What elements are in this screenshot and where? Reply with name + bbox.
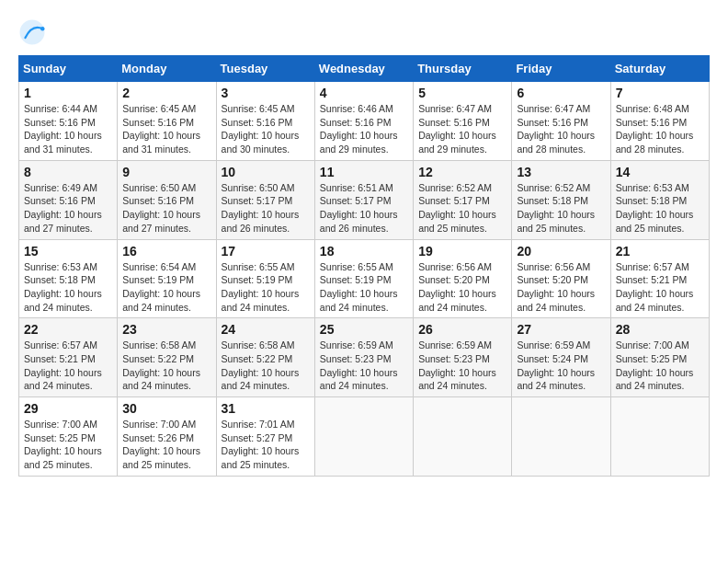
day-number: 11 [320,165,408,179]
day-number: 14 [616,165,704,179]
day-cell-9: 9Sunrise: 6:50 AMSunset: 5:16 PMDaylight… [118,160,216,239]
day-info: Sunrise: 6:59 AMSunset: 5:24 PMDaylight:… [517,339,605,393]
day-cell-2: 2Sunrise: 6:45 AMSunset: 5:16 PMDaylight… [118,82,216,161]
day-number: 19 [418,244,506,259]
day-cell-8: 8Sunrise: 6:49 AMSunset: 5:16 PMDaylight… [19,160,118,239]
day-number: 18 [320,244,408,259]
day-cell-5: 5Sunrise: 6:47 AMSunset: 5:16 PMDaylight… [414,82,512,161]
day-cell-19: 19Sunrise: 6:56 AMSunset: 5:20 PMDayligh… [414,239,512,318]
day-info: Sunrise: 6:47 AMSunset: 5:16 PMDaylight:… [418,102,506,156]
logo [18,18,50,46]
day-info: Sunrise: 6:53 AMSunset: 5:18 PMDaylight:… [616,181,704,236]
day-info: Sunrise: 7:00 AMSunset: 5:25 PMDaylight:… [24,418,112,472]
empty-cell [610,397,709,477]
day-number: 24 [222,322,310,337]
day-number: 16 [122,244,210,259]
day-info: Sunrise: 6:47 AMSunset: 5:16 PMDaylight:… [517,102,605,156]
weekday-header-saturday: Saturday [610,56,709,82]
day-cell-31: 31Sunrise: 7:01 AMSunset: 5:27 PMDayligh… [216,397,314,477]
day-info: Sunrise: 6:48 AMSunset: 5:16 PMDaylight:… [616,102,704,156]
day-info: Sunrise: 6:59 AMSunset: 5:23 PMDaylight:… [320,339,408,393]
day-number: 13 [517,165,605,179]
day-number: 17 [222,244,310,259]
day-cell-3: 3Sunrise: 6:45 AMSunset: 5:16 PMDaylight… [216,82,314,161]
day-cell-22: 22Sunrise: 6:57 AMSunset: 5:21 PMDayligh… [19,318,118,397]
day-number: 5 [418,86,506,100]
day-info: Sunrise: 6:58 AMSunset: 5:22 PMDaylight:… [122,339,210,393]
calendar-header: SundayMondayTuesdayWednesdayThursdayFrid… [19,56,710,82]
calendar-week-row: 29Sunrise: 7:00 AMSunset: 5:25 PMDayligh… [19,397,710,477]
day-info: Sunrise: 6:57 AMSunset: 5:21 PMDaylight:… [24,339,112,393]
day-number: 27 [517,322,605,337]
calendar-body: 1Sunrise: 6:44 AMSunset: 5:16 PMDaylight… [19,82,710,477]
calendar-week-row: 1Sunrise: 6:44 AMSunset: 5:16 PMDaylight… [19,82,710,161]
day-cell-14: 14Sunrise: 6:53 AMSunset: 5:18 PMDayligh… [610,160,709,239]
day-info: Sunrise: 6:55 AMSunset: 5:19 PMDaylight:… [222,260,310,315]
day-cell-29: 29Sunrise: 7:00 AMSunset: 5:25 PMDayligh… [19,397,118,477]
day-number: 2 [122,86,210,100]
day-number: 23 [122,322,210,337]
day-info: Sunrise: 6:50 AMSunset: 5:17 PMDaylight:… [222,181,310,236]
calendar-table: SundayMondayTuesdayWednesdayThursdayFrid… [18,55,710,477]
weekday-header-tuesday: Tuesday [216,56,314,82]
header [18,18,710,46]
day-number: 29 [24,401,112,416]
day-info: Sunrise: 6:52 AMSunset: 5:18 PMDaylight:… [517,181,605,236]
day-number: 15 [24,244,112,259]
day-info: Sunrise: 6:45 AMSunset: 5:16 PMDaylight:… [222,102,310,156]
day-cell-26: 26Sunrise: 6:59 AMSunset: 5:23 PMDayligh… [414,318,512,397]
day-info: Sunrise: 6:52 AMSunset: 5:17 PMDaylight:… [418,181,506,236]
day-number: 31 [222,401,310,416]
calendar-week-row: 15Sunrise: 6:53 AMSunset: 5:18 PMDayligh… [19,239,710,318]
weekday-header-monday: Monday [118,56,216,82]
logo-icon [18,18,46,46]
day-cell-1: 1Sunrise: 6:44 AMSunset: 5:16 PMDaylight… [19,82,118,161]
day-info: Sunrise: 6:59 AMSunset: 5:23 PMDaylight:… [418,339,506,393]
day-number: 4 [320,86,408,100]
day-number: 6 [517,86,605,100]
day-cell-30: 30Sunrise: 7:00 AMSunset: 5:26 PMDayligh… [118,397,216,477]
day-number: 3 [222,86,310,100]
day-cell-6: 6Sunrise: 6:47 AMSunset: 5:16 PMDaylight… [512,82,610,161]
day-number: 12 [418,165,506,179]
day-number: 30 [122,401,210,416]
day-info: Sunrise: 6:56 AMSunset: 5:20 PMDaylight:… [517,260,605,315]
day-number: 25 [320,322,408,337]
day-info: Sunrise: 7:00 AMSunset: 5:26 PMDaylight:… [122,418,210,472]
day-info: Sunrise: 6:44 AMSunset: 5:16 PMDaylight:… [24,102,112,156]
day-number: 7 [616,86,704,100]
svg-point-1 [40,27,45,31]
day-info: Sunrise: 6:51 AMSunset: 5:17 PMDaylight:… [320,181,408,236]
calendar-week-row: 8Sunrise: 6:49 AMSunset: 5:16 PMDaylight… [19,160,710,239]
day-cell-21: 21Sunrise: 6:57 AMSunset: 5:21 PMDayligh… [610,239,709,318]
day-number: 8 [24,165,112,179]
weekday-header-sunday: Sunday [19,56,118,82]
day-info: Sunrise: 6:54 AMSunset: 5:19 PMDaylight:… [122,260,210,315]
day-info: Sunrise: 6:45 AMSunset: 5:16 PMDaylight:… [122,102,210,156]
weekday-row: SundayMondayTuesdayWednesdayThursdayFrid… [19,56,710,82]
day-number: 26 [418,322,506,337]
day-info: Sunrise: 6:58 AMSunset: 5:22 PMDaylight:… [222,339,310,393]
day-cell-28: 28Sunrise: 7:00 AMSunset: 5:25 PMDayligh… [610,318,709,397]
day-info: Sunrise: 7:00 AMSunset: 5:25 PMDaylight:… [616,339,704,393]
day-number: 1 [24,86,112,100]
day-cell-23: 23Sunrise: 6:58 AMSunset: 5:22 PMDayligh… [118,318,216,397]
day-number: 9 [122,165,210,179]
day-number: 22 [24,322,112,337]
day-cell-11: 11Sunrise: 6:51 AMSunset: 5:17 PMDayligh… [314,160,413,239]
calendar-week-row: 22Sunrise: 6:57 AMSunset: 5:21 PMDayligh… [19,318,710,397]
day-cell-27: 27Sunrise: 6:59 AMSunset: 5:24 PMDayligh… [512,318,610,397]
weekday-header-wednesday: Wednesday [314,56,413,82]
day-number: 20 [517,244,605,259]
day-number: 10 [222,165,310,179]
day-cell-20: 20Sunrise: 6:56 AMSunset: 5:20 PMDayligh… [512,239,610,318]
day-cell-25: 25Sunrise: 6:59 AMSunset: 5:23 PMDayligh… [314,318,413,397]
empty-cell [512,397,610,477]
day-info: Sunrise: 6:50 AMSunset: 5:16 PMDaylight:… [122,181,210,236]
day-info: Sunrise: 6:46 AMSunset: 5:16 PMDaylight:… [320,102,408,156]
day-cell-24: 24Sunrise: 6:58 AMSunset: 5:22 PMDayligh… [216,318,314,397]
day-info: Sunrise: 6:49 AMSunset: 5:16 PMDaylight:… [24,181,112,236]
day-cell-18: 18Sunrise: 6:55 AMSunset: 5:19 PMDayligh… [314,239,413,318]
day-info: Sunrise: 6:53 AMSunset: 5:18 PMDaylight:… [24,260,112,315]
day-info: Sunrise: 6:56 AMSunset: 5:20 PMDaylight:… [418,260,506,315]
